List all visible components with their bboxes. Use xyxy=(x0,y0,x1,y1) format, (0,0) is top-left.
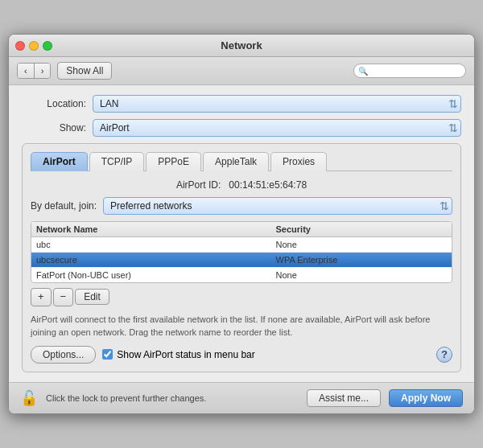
network-security-1: WPA Enterprise xyxy=(276,255,448,265)
location-row: Location: LAN ⇅ xyxy=(22,95,461,113)
window-title: Network xyxy=(221,39,262,51)
tab-appletalk[interactable]: AppleTalk xyxy=(203,152,269,171)
show-status-checkbox[interactable] xyxy=(102,349,113,360)
col-security-header: Security xyxy=(276,224,448,234)
tab-tcpip[interactable]: TCP/IP xyxy=(89,152,145,171)
lock-text: Click the lock to prevent further change… xyxy=(46,393,299,403)
network-window: Network ‹ › Show All 🔍 Location: LAN ⇅ S… xyxy=(8,34,475,414)
bottom-row: Options... Show AirPort status in menu b… xyxy=(31,346,452,364)
options-button[interactable]: Options... xyxy=(31,346,96,364)
network-name-1: ubcsecure xyxy=(36,255,276,265)
minimize-button[interactable] xyxy=(29,41,39,51)
location-select-container: LAN ⇅ xyxy=(93,95,461,113)
network-table: Network Name Security ubc None ubcsecure… xyxy=(31,221,452,283)
title-bar: Network xyxy=(9,35,474,57)
show-label: Show: xyxy=(22,122,86,134)
join-row: By default, join: Preferred networks ⇅ xyxy=(31,197,452,215)
search-input[interactable] xyxy=(353,64,466,78)
airport-id-value: 00:14:51:e5:64:78 xyxy=(229,179,307,191)
traffic-lights xyxy=(15,41,52,51)
tabs-header: AirPort TCP/IP PPPoE AppleTalk Proxies xyxy=(31,152,452,171)
join-select[interactable]: Preferred networks xyxy=(103,197,452,215)
show-row: Show: AirPort ⇅ xyxy=(22,119,461,137)
add-network-button[interactable]: + xyxy=(31,288,52,306)
airport-id-row: AirPort ID: 00:14:51:e5:64:78 xyxy=(31,179,452,191)
network-name-0: ubc xyxy=(36,240,276,249)
remove-network-button[interactable]: − xyxy=(53,288,74,306)
show-select[interactable]: AirPort xyxy=(93,119,461,137)
network-name-2: FatPort (Non-UBC user) xyxy=(36,270,276,280)
status-checkbox-row: Show AirPort status in menu bar xyxy=(102,349,430,360)
network-security-0: None xyxy=(276,240,448,249)
help-button[interactable]: ? xyxy=(436,347,452,363)
join-label: By default, join: xyxy=(31,200,97,212)
show-all-button[interactable]: Show All xyxy=(57,62,112,80)
toolbar: ‹ › Show All 🔍 xyxy=(9,57,474,85)
maximize-button[interactable] xyxy=(43,41,52,51)
table-actions: + − Edit xyxy=(31,288,452,306)
tab-airport[interactable]: AirPort xyxy=(31,152,88,171)
network-security-2: None xyxy=(276,270,448,280)
location-label: Location: xyxy=(22,98,86,109)
window-footer: 🔓 Click the lock to prevent further chan… xyxy=(9,382,474,413)
tab-proxies[interactable]: Proxies xyxy=(270,152,327,171)
tabs-area: AirPort TCP/IP PPPoE AppleTalk Proxies A… xyxy=(22,143,461,372)
tab-pppoe[interactable]: PPPoE xyxy=(146,152,201,171)
show-select-container: AirPort ⇅ xyxy=(93,119,461,137)
close-button[interactable] xyxy=(15,41,25,51)
nav-buttons: ‹ › xyxy=(17,63,51,79)
assist-button[interactable]: Assist me... xyxy=(307,389,381,407)
table-header: Network Name Security xyxy=(31,222,452,237)
edit-network-button[interactable]: Edit xyxy=(75,289,109,305)
forward-button[interactable]: › xyxy=(35,64,51,78)
search-icon: 🔍 xyxy=(358,67,368,76)
airport-id-label: AirPort ID: xyxy=(176,179,221,191)
back-button[interactable]: ‹ xyxy=(18,64,35,78)
table-row[interactable]: FatPort (Non-UBC user) None xyxy=(31,268,452,282)
location-select[interactable]: LAN xyxy=(93,95,461,113)
info-text: AirPort will connect to the first availa… xyxy=(31,313,452,339)
lock-icon[interactable]: 🔓 xyxy=(20,389,38,407)
col-name-header: Network Name xyxy=(36,224,276,234)
table-row[interactable]: ubc None xyxy=(31,237,452,253)
table-row[interactable]: ubcsecure WPA Enterprise xyxy=(31,253,452,268)
show-status-label: Show AirPort status in menu bar xyxy=(117,349,254,360)
content-area: Location: LAN ⇅ Show: AirPort ⇅ AirPort xyxy=(9,85,474,382)
join-select-container: Preferred networks ⇅ xyxy=(103,197,452,215)
apply-button[interactable]: Apply Now xyxy=(389,389,463,407)
search-box: 🔍 xyxy=(353,64,466,78)
